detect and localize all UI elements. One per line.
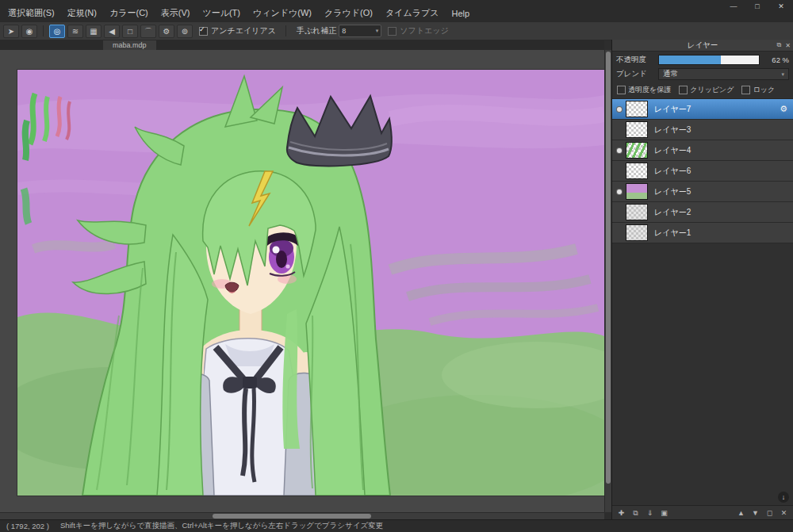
protect-alpha-checkbox[interactable] — [617, 86, 626, 94]
layer-row[interactable]: レイヤー2 ⚙ — [612, 202, 793, 223]
vertical-scrollbar[interactable] — [604, 50, 611, 512]
opacity-slider[interactable] — [658, 55, 760, 65]
close-button[interactable]: ✕ — [769, 0, 793, 13]
blend-mode-value: 通常 — [663, 69, 678, 79]
clear-layer-icon[interactable]: ◻ — [764, 507, 776, 519]
brush-preview-icon[interactable]: ◉ — [21, 25, 37, 38]
snap-extra-tool-icon[interactable]: ⊚ — [177, 25, 193, 38]
snap-rect-tool-icon[interactable]: □ — [122, 25, 138, 38]
menu-item-help[interactable]: Help — [445, 6, 476, 21]
layer-thumbnail — [626, 101, 648, 117]
softedge-label: ソフトエッジ — [400, 25, 448, 36]
menu-item-view[interactable]: 表示(V) — [155, 5, 197, 21]
opacity-label: 不透明度 — [616, 55, 654, 65]
protect-alpha-option[interactable]: 透明度を保護 — [617, 85, 671, 95]
layer-row[interactable]: レイヤー3 ⚙ — [612, 120, 793, 140]
window-controls: — □ ✕ — [722, 0, 793, 13]
duplicate-layer-icon[interactable]: ⧉ — [630, 507, 642, 519]
horizontal-scrollbar[interactable] — [0, 512, 604, 519]
menu-item-select[interactable]: 選択範囲(S) — [2, 5, 61, 21]
add-folder-icon[interactable]: ▣ — [658, 507, 670, 519]
layer-settings-gear-icon[interactable]: ⚙ — [780, 104, 787, 114]
layer-row[interactable]: レイヤー5 ⚙ — [612, 182, 793, 202]
layer-row[interactable]: レイヤー4 ⚙ — [612, 140, 793, 161]
layer-visibility-toggle[interactable] — [612, 210, 626, 215]
layer-row[interactable]: レイヤー1 ⚙ — [612, 223, 793, 243]
layer-name: レイヤー7 — [654, 104, 691, 115]
canvas-artwork[interactable] — [17, 70, 604, 496]
menu-item-cloud[interactable]: クラウド(O) — [318, 5, 379, 21]
layer-visibility-toggle[interactable] — [612, 107, 626, 112]
layer-visibility-toggle[interactable] — [612, 128, 626, 132]
menu-item-tool[interactable]: ツール(T) — [196, 5, 247, 21]
blend-mode-select[interactable]: 通常 ▾ — [658, 68, 789, 80]
stabilizer-dropdown[interactable]: 8 ▾ — [339, 25, 381, 37]
status-bar: ( 1792, 202 ) Shiftキーを押しながらで直接描画、Ctrl+Al… — [0, 519, 793, 532]
layer-list: レイヤー7 ⚙ レイヤー3 ⚙ レイヤー4 ⚙ レイヤー6 ⚙ — [612, 99, 793, 243]
eye-icon — [617, 189, 622, 194]
menu-item-ruler[interactable]: 定規(N) — [61, 5, 103, 21]
canvas-area[interactable] — [0, 50, 604, 512]
layer-thumbnail — [626, 142, 648, 159]
antialias-option[interactable]: アンチエイリアス — [199, 25, 276, 36]
float-panel-icon[interactable]: ⧉ — [777, 41, 782, 49]
menu-item-window[interactable]: ウィンドウ(W) — [247, 5, 318, 21]
move-layer-up-icon[interactable]: ▲ — [735, 507, 747, 519]
merge-layer-icon[interactable]: ⇓ — [644, 507, 656, 519]
artwork-illustration — [17, 70, 604, 496]
softedge-option[interactable]: ソフトエッジ — [388, 25, 448, 36]
move-layer-down-icon[interactable]: ▼ — [749, 507, 761, 519]
scroll-bottom-icon[interactable]: ↓ — [778, 492, 789, 503]
layers-panel-footer: ✚ ⧉ ⇓ ▣ ▲ ▼ ◻ ✕ — [612, 505, 793, 520]
antialias-checkbox[interactable] — [199, 27, 208, 36]
eye-icon — [617, 148, 622, 153]
clipping-label: クリッピング — [690, 85, 734, 95]
layer-thumbnail — [626, 183, 648, 200]
document-tab[interactable]: maba.mdp — [103, 40, 156, 50]
vertical-scrollbar-thumb[interactable] — [606, 52, 611, 484]
snap-parallel-tool-icon[interactable]: ≋ — [67, 25, 83, 38]
eye-icon — [617, 107, 622, 112]
blend-label: ブレンド — [616, 69, 654, 79]
toolbar: ➤ ◉ ◎ ≋ ▦ ◀ □ ⌒ ⚙ ⊚ アンチエイリアス 手ぶれ補正 8 ▾ ソ… — [0, 22, 793, 40]
stabilizer-label: 手ぶれ補正 — [297, 25, 336, 36]
blend-row: ブレンド 通常 ▾ — [612, 67, 793, 82]
toolbar-separator — [285, 25, 286, 36]
snap-vanishing-point-tool-icon[interactable]: ◀ — [104, 25, 120, 38]
snap-off-tool-icon[interactable]: ◎ — [49, 25, 65, 38]
clipping-option[interactable]: クリッピング — [679, 85, 734, 95]
layer-options-row: 透明度を保護 クリッピング ロック — [612, 82, 793, 99]
lock-option[interactable]: ロック — [741, 85, 775, 95]
pointer-tool-icon[interactable]: ➤ — [3, 25, 19, 38]
chevron-down-icon: ▾ — [781, 71, 784, 78]
softedge-checkbox[interactable] — [388, 27, 396, 36]
layer-row[interactable]: レイヤー7 ⚙ — [612, 99, 793, 120]
horizontal-scrollbar-thumb[interactable] — [213, 514, 371, 519]
layer-name: レイヤー4 — [654, 145, 691, 156]
layer-visibility-toggle[interactable] — [612, 169, 626, 174]
close-panel-icon[interactable]: ✕ — [785, 42, 791, 49]
minimize-button[interactable]: — — [722, 0, 745, 13]
layers-panel-title: レイヤー — [612, 40, 793, 51]
paint-app-window: 選択範囲(S) 定規(N) カラー(C) 表示(V) ツール(T) ウィンドウ(… — [0, 0, 793, 532]
add-layer-icon[interactable]: ✚ — [615, 507, 627, 519]
snap-curve-tool-icon[interactable]: ⌒ — [140, 25, 156, 38]
snap-grid-tool-icon[interactable]: ▦ — [86, 25, 102, 38]
delete-layer-icon[interactable]: ✕ — [778, 507, 790, 519]
opacity-value: 62 % — [764, 55, 789, 64]
layer-row[interactable]: レイヤー6 ⚙ — [612, 161, 793, 182]
layers-panel: レイヤー ⧉ ✕ 不透明度 62 % ブレンド 通常 ▾ 透明度を保護 — [611, 40, 793, 520]
layer-visibility-toggle[interactable] — [612, 189, 626, 194]
layer-visibility-toggle[interactable] — [612, 148, 626, 153]
layer-visibility-toggle[interactable] — [612, 231, 626, 235]
menu-item-timelapse[interactable]: タイムラプス — [379, 5, 446, 21]
layer-thumbnail — [626, 224, 648, 241]
maximize-button[interactable]: □ — [745, 0, 769, 13]
clipping-checkbox[interactable] — [679, 86, 688, 94]
snap-settings-icon[interactable]: ⚙ — [159, 25, 174, 38]
toolbar-separator — [43, 25, 44, 36]
cursor-coordinates: ( 1792, 202 ) — [6, 522, 49, 530]
menu-item-color[interactable]: カラー(C) — [103, 5, 155, 21]
lock-checkbox[interactable] — [741, 86, 750, 94]
layer-name: レイヤー1 — [654, 228, 691, 239]
